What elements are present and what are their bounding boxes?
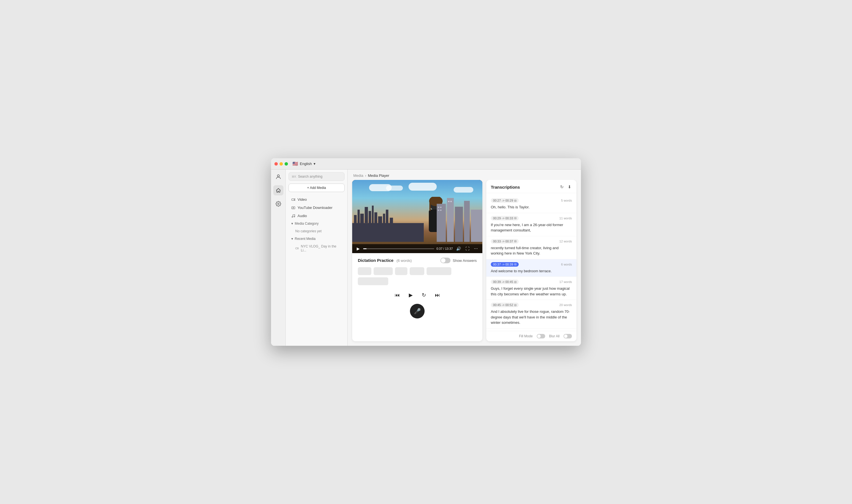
- skip-back-button[interactable]: ⏮: [394, 291, 401, 299]
- trans-words-6: 20 words: [559, 303, 572, 307]
- sidebar-item-audio[interactable]: Audio: [288, 212, 346, 220]
- word-blank-5[interactable]: [427, 267, 451, 275]
- toggle-switch[interactable]: [440, 258, 451, 263]
- content-area: ▶ 0:37 / 13:37 🔊 ⛶ ⋯: [348, 180, 581, 346]
- svg-rect-8: [354, 215, 357, 226]
- trans-timestamp-2: 00:29 -> 00:33 ⊟: [491, 216, 519, 220]
- fill-mode-toggle[interactable]: [537, 334, 545, 339]
- trans-item-1[interactable]: 00:27 -> 00:29 ⊟ 5 words Oh, hello. This…: [486, 195, 576, 213]
- trans-words-3: 12 words: [559, 240, 572, 243]
- word-blank-6[interactable]: [358, 277, 388, 285]
- trans-meta-4: 00:37 -> 00:39 ⊟ 6 words: [491, 262, 572, 267]
- fullscreen-button[interactable]: [284, 162, 288, 165]
- svg-rect-12: [368, 211, 371, 226]
- svg-rect-3: [292, 207, 295, 209]
- search-shortcut: ⌘K: [292, 175, 296, 178]
- icon-bar-home[interactable]: [273, 185, 283, 195]
- minimize-button[interactable]: [279, 162, 283, 165]
- download-button[interactable]: ⬇: [567, 184, 572, 190]
- svg-rect-14: [375, 212, 377, 226]
- word-blank-4[interactable]: [410, 267, 424, 275]
- trans-timestamp-5: 00:39 -> 00:45 ⊟: [491, 280, 519, 284]
- flag-icon: 🇺🇸: [293, 161, 298, 166]
- sidebar-category-header[interactable]: ▾ Media Category: [288, 220, 346, 227]
- trans-icon-4: ⊟: [514, 263, 517, 266]
- mic-button[interactable]: 🎤: [410, 304, 424, 319]
- chevron-down-icon: ▾: [314, 162, 316, 166]
- app-window: 🇺🇸 English ▾: [271, 158, 581, 346]
- cloud-2: [386, 185, 403, 191]
- blur-all-toggle[interactable]: [563, 334, 572, 339]
- dictation-panel: Dictation Practice (6 words) Show Answer…: [352, 253, 482, 341]
- language-label: English: [300, 162, 312, 166]
- word-blank-3[interactable]: [395, 267, 407, 275]
- svg-rect-15: [378, 217, 382, 226]
- trans-meta-5: 00:39 -> 00:45 ⊟ 17 words: [491, 280, 572, 284]
- svg-rect-2: [292, 199, 294, 200]
- dictation-title: Dictation Practice: [358, 258, 394, 263]
- sidebar-recent-item[interactable]: NYC VLOG_ Day in the Li...: [288, 242, 346, 254]
- icon-bar-settings[interactable]: [273, 199, 283, 209]
- svg-rect-11: [365, 207, 368, 223]
- app-body: ⌘K Search anything + Add Media Video You…: [271, 169, 581, 346]
- word-blank-1[interactable]: [358, 267, 371, 275]
- trans-icon-5: ⊟: [514, 281, 517, 284]
- svg-point-4: [292, 217, 293, 218]
- refresh-button[interactable]: ↻: [559, 184, 564, 190]
- dictation-header: Dictation Practice (6 words) Show Answer…: [358, 258, 477, 263]
- svg-rect-13: [372, 205, 373, 224]
- word-blank-2[interactable]: [373, 267, 393, 275]
- trans-words-5: 17 words: [559, 280, 572, 284]
- play-pause-button[interactable]: ▶: [408, 291, 414, 299]
- sidebar-recent-header[interactable]: ▾ Recent Media: [288, 235, 346, 242]
- search-box[interactable]: ⌘K Search anything: [289, 172, 345, 181]
- sidebar-audio-label: Audio: [297, 214, 307, 218]
- icon-bar-avatar[interactable]: [273, 172, 283, 182]
- show-answers-toggle[interactable]: Show Answers: [440, 258, 477, 263]
- language-selector[interactable]: 🇺🇸 English ▾: [293, 161, 316, 166]
- progress-bar[interactable]: [363, 248, 434, 249]
- trans-icon-6: ⊟: [514, 304, 517, 307]
- chevron-icon: ▾: [291, 221, 293, 226]
- sidebar: ⌘K Search anything + Add Media Video You…: [286, 169, 348, 346]
- trans-item-6[interactable]: 00:45 -> 00:52 ⊟ 20 words And I absolute…: [486, 300, 576, 329]
- sidebar-youtube-label: YouTube Downloader: [297, 205, 332, 210]
- skip-forward-button[interactable]: ⏭: [434, 291, 441, 299]
- sidebar-item-video[interactable]: Video: [288, 195, 346, 203]
- loop-button[interactable]: ↻: [421, 291, 427, 299]
- breadcrumb-separator: ›: [365, 174, 366, 178]
- trans-text-3: recently turned full-time creator, livin…: [491, 245, 572, 256]
- trans-meta-6: 00:45 -> 00:52 ⊟ 20 words: [491, 303, 572, 307]
- fullscreen-button[interactable]: ⛶: [464, 246, 470, 251]
- blur-all-label: Blur All: [549, 334, 559, 338]
- trans-item-4[interactable]: 00:37 -> 00:39 ⊟ 6 words And welcome to …: [486, 259, 576, 277]
- trans-timestamp-1: 00:27 -> 00:29 ⊟: [491, 198, 519, 203]
- transcriptions-panel: Transcriptions ↻ ⬇ 00:27 -> 00:29: [486, 180, 576, 341]
- sidebar-item-youtube[interactable]: YouTube Downloader: [288, 203, 346, 212]
- trans-timestamp-4: 00:37 -> 00:39 ⊟: [491, 262, 519, 267]
- add-media-label: + Add Media: [307, 186, 326, 190]
- svg-point-0: [277, 175, 279, 177]
- svg-point-5: [294, 216, 295, 217]
- trans-text-5: Guys, I forget every single year just ho…: [491, 286, 572, 297]
- play-button[interactable]: ▶: [355, 246, 361, 251]
- close-button[interactable]: [274, 162, 278, 165]
- trans-item-3[interactable]: 00:33 -> 00:37 ⊟ 12 words recently turne…: [486, 236, 576, 259]
- trans-item-5[interactable]: 00:39 -> 00:45 ⊟ 17 words Guys, I forget…: [486, 277, 576, 300]
- video-container[interactable]: ▶ 0:37 / 13:37 🔊 ⛶ ⋯: [352, 180, 482, 253]
- svg-rect-10: [360, 214, 364, 226]
- breadcrumb-parent[interactable]: Media: [353, 174, 363, 178]
- breadcrumb: Media › Media Player: [348, 169, 581, 180]
- transcriptions-list: 00:27 -> 00:29 ⊟ 5 words Oh, hello. This…: [486, 193, 576, 331]
- volume-button[interactable]: 🔊: [455, 246, 462, 251]
- svg-rect-26: [464, 201, 470, 242]
- more-options-button[interactable]: ⋯: [473, 246, 479, 251]
- svg-rect-22: [429, 201, 431, 211]
- transcriptions-footer: Fill Mode Blur All: [486, 331, 576, 341]
- add-media-button[interactable]: + Add Media: [289, 184, 345, 192]
- sidebar-video-label: Video: [297, 197, 307, 202]
- svg-rect-23: [437, 204, 446, 242]
- video-controls: ▶ 0:37 / 13:37 🔊 ⛶ ⋯: [352, 244, 482, 253]
- fill-mode-label: Fill Mode: [519, 334, 533, 338]
- trans-item-2[interactable]: 00:29 -> 00:33 ⊟ 11 words If you're new …: [486, 213, 576, 236]
